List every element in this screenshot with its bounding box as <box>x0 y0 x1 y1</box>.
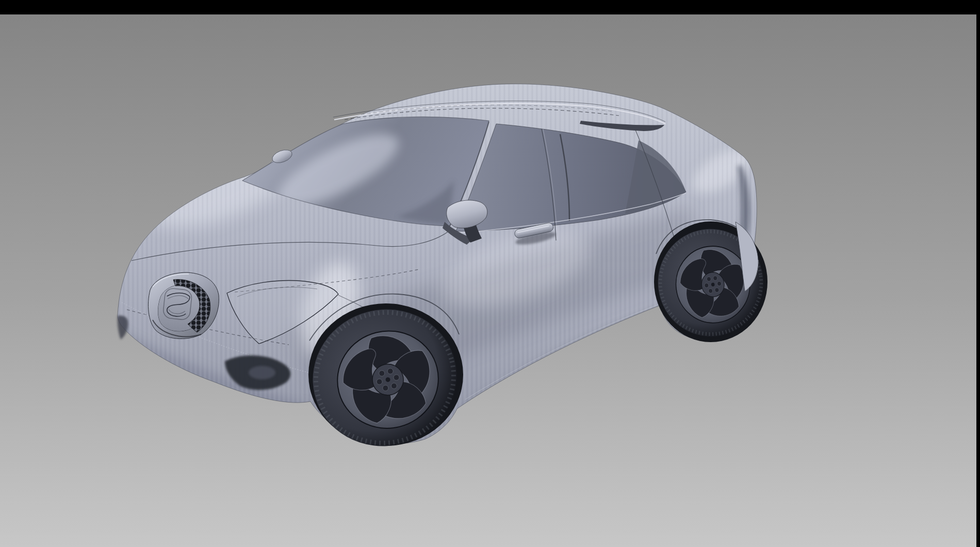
top-letterbox-bar <box>0 0 976 14</box>
right-letterbox-bar <box>976 0 980 547</box>
app-window <box>0 0 980 547</box>
car-model <box>0 0 976 547</box>
viewport-3d[interactable] <box>0 0 976 547</box>
